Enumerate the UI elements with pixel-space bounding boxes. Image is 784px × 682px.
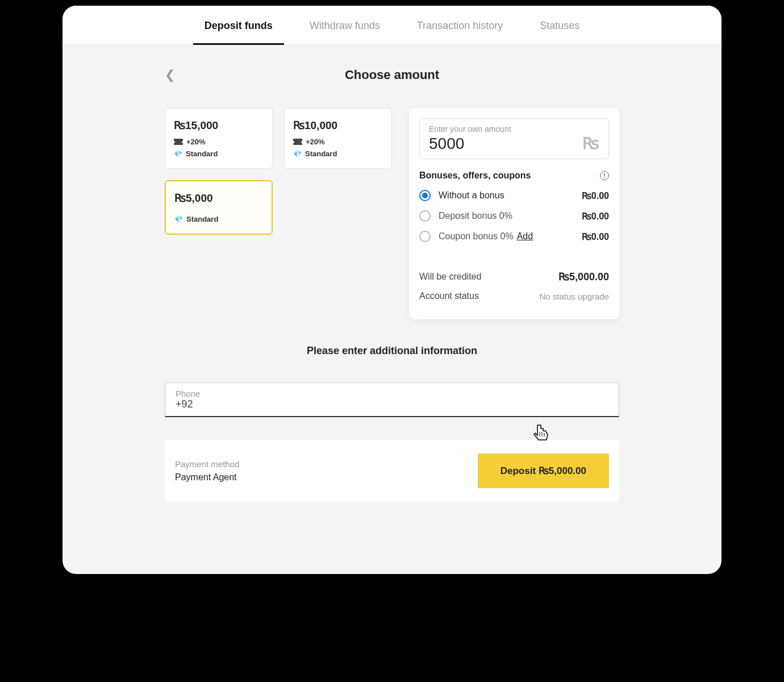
bonus-option-none[interactable]: Without a bonus ₨0.00	[419, 190, 609, 201]
tier-row: 💎 Standard	[174, 215, 263, 223]
tier-text: Standard	[186, 149, 218, 158]
bonus-text: +20%	[186, 138, 206, 146]
diamond-icon: 💎	[293, 150, 302, 158]
additional-info-title: Please enter additional information	[91, 345, 693, 357]
amount-input[interactable]	[429, 135, 582, 153]
bonus-row: +20%	[174, 138, 264, 146]
tier-text: Standard	[186, 215, 218, 223]
amount-value: ₨10,000	[293, 119, 383, 132]
bonus-text: +20%	[306, 138, 325, 146]
add-coupon-link[interactable]: Add	[517, 231, 533, 242]
credited-label: Will be credited	[419, 272, 481, 282]
bonus-label: Without a bonus	[439, 190, 504, 201]
bonus-option-coupon[interactable]: Coupon bonus 0% Add ₨0.00	[419, 231, 609, 242]
phone-field[interactable]: Phone	[165, 382, 619, 417]
diamond-icon: 💎	[174, 150, 182, 158]
phone-input[interactable]	[176, 398, 608, 410]
back-icon[interactable]: ❮	[165, 68, 175, 82]
amount-card-15000[interactable]: ₨15,000 +20% 💎 Standard	[165, 108, 273, 169]
radio-icon[interactable]	[419, 210, 431, 222]
credited-value: ₨5,000.00	[558, 271, 609, 283]
tier-row: 💎 Standard	[174, 149, 264, 158]
currency-suffix: ₨	[582, 134, 599, 153]
tier-text: Standard	[305, 149, 337, 158]
bonus-label: Deposit bonus 0%	[439, 211, 512, 221]
page-title: Choose amount	[345, 68, 439, 82]
amount-value: ₨15,000	[174, 119, 264, 132]
content-area: ❮ Choose amount ₨15,000 +20% 💎 Standard	[62, 45, 722, 525]
bonus-amount: ₨0.00	[582, 211, 609, 222]
tab-statuses[interactable]: Statuses	[537, 20, 582, 44]
bonus-amount: ₨0.00	[582, 190, 609, 201]
bonuses-title: Bonuses, offers, coupons	[419, 170, 531, 181]
summary-credited: Will be credited ₨5,000.00	[419, 271, 609, 283]
tier-row: 💎 Standard	[293, 149, 383, 158]
payment-box: Payment method Payment Agent Deposit ₨5,…	[165, 440, 619, 502]
diamond-icon: 💎	[174, 215, 183, 223]
amount-input-box[interactable]: Enter your own amount ₨	[419, 118, 609, 159]
bonus-option-deposit[interactable]: Deposit bonus 0% ₨0.00	[419, 210, 609, 222]
ticket-icon	[293, 139, 302, 145]
bonus-row: +20%	[293, 138, 383, 146]
summary-status: Account status No status upgrade	[419, 291, 609, 301]
bonuses-header: Bonuses, offers, coupons !	[419, 170, 609, 181]
radio-icon[interactable]	[419, 231, 431, 242]
ticket-icon	[174, 139, 183, 145]
amount-input-label: Enter your own amount	[429, 124, 582, 134]
title-row: ❮ Choose amount	[91, 68, 693, 82]
deposit-window: Deposit funds Withdraw funds Transaction…	[62, 6, 722, 574]
amount-card-10000[interactable]: ₨10,000 +20% 💎 Standard	[284, 108, 392, 169]
radio-icon[interactable]	[419, 190, 431, 201]
deposit-button[interactable]: Deposit ₨5,000.00	[478, 454, 609, 488]
info-icon[interactable]: !	[600, 171, 609, 180]
tabs-bar: Deposit funds Withdraw funds Transaction…	[62, 6, 722, 45]
amount-grid: ₨15,000 +20% 💎 Standard ₨10,000 +20%	[165, 108, 392, 319]
phone-label: Phone	[176, 389, 608, 398]
status-value: No status upgrade	[539, 292, 609, 301]
main-area: ₨15,000 +20% 💎 Standard ₨10,000 +20%	[165, 108, 619, 319]
bonus-amount: ₨0.00	[582, 231, 609, 242]
amount-value: ₨5,000	[174, 192, 263, 205]
cursor-icon	[532, 423, 551, 450]
amount-card-5000[interactable]: ₨5,000 💎 Standard	[165, 180, 273, 235]
payment-method-value: Payment Agent	[175, 472, 239, 483]
tab-deposit[interactable]: Deposit funds	[202, 20, 276, 44]
payment-method-label: Payment method	[175, 459, 239, 469]
tab-history[interactable]: Transaction history	[414, 20, 506, 44]
tab-withdraw[interactable]: Withdraw funds	[307, 20, 383, 44]
right-panel: Enter your own amount ₨ Bonuses, offers,…	[409, 108, 619, 319]
bonus-label: Coupon bonus 0%	[439, 231, 514, 242]
status-label: Account status	[419, 291, 479, 301]
